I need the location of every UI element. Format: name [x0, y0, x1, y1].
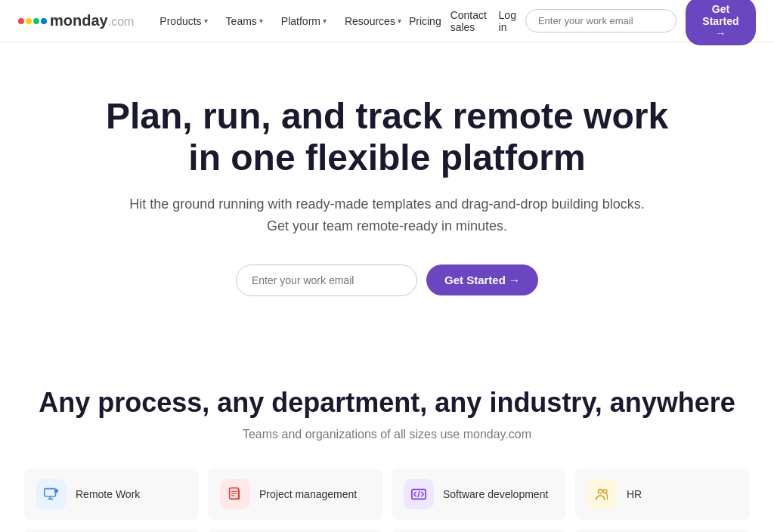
card-media-production[interactable]: Media and production — [208, 529, 382, 532]
contact-sales-link[interactable]: Contact sales — [450, 9, 490, 33]
nav-menu: Products ▾ Teams ▾ Platform ▾ Resources … — [152, 11, 409, 32]
any-process-heading: Any process, any department, any industr… — [18, 387, 756, 419]
chevron-down-icon: ▾ — [398, 17, 401, 25]
hero-heading: Plan, run, and track remote work in one … — [65, 95, 709, 178]
logo[interactable]: monday.com — [18, 12, 134, 29]
hero-get-started-button[interactable]: Get Started → — [426, 264, 538, 295]
nav-right: Pricing Contact sales Log in Get Started… — [409, 0, 756, 45]
chevron-down-icon: ▾ — [259, 17, 263, 25]
card-hr[interactable]: HR — [575, 469, 750, 520]
svg-point-4 — [599, 490, 603, 494]
card-remote-work[interactable]: Remote Work — [24, 469, 199, 520]
card-marketing[interactable]: Marketing — [24, 529, 199, 532]
card-software-development-label: Software development — [443, 488, 548, 500]
chevron-down-icon: ▾ — [204, 17, 208, 25]
any-process-section: Any process, any department, any industr… — [0, 342, 774, 532]
login-link[interactable]: Log in — [499, 9, 516, 33]
logo-dots — [18, 18, 47, 24]
project-management-icon — [220, 479, 250, 509]
svg-point-1 — [54, 489, 59, 493]
card-project-management-label: Project management — [259, 488, 357, 500]
svg-rect-0 — [45, 489, 56, 496]
logo-dot-yellow — [26, 18, 32, 24]
card-project-management[interactable]: Project management — [208, 469, 382, 520]
any-process-subtext: Teams and organizations of all sizes use… — [18, 428, 756, 441]
software-development-icon — [404, 479, 434, 509]
hero-subtext: Hit the ground running with ready-made t… — [65, 193, 709, 237]
nav-left: monday.com Products ▾ Teams ▾ Platform ▾… — [18, 11, 409, 32]
hr-icon — [587, 479, 618, 509]
pricing-link[interactable]: Pricing — [409, 15, 441, 27]
logo-dot-red — [18, 18, 24, 24]
nav-get-started-button[interactable]: Get Started → — [686, 0, 756, 45]
logo-tld: .com — [108, 15, 135, 28]
nav-item-teams[interactable]: Teams ▾ — [218, 11, 271, 32]
nav-email-input[interactable] — [525, 9, 676, 32]
card-sales[interactable]: Sales — [575, 529, 750, 532]
nav-item-products[interactable]: Products ▾ — [152, 11, 215, 32]
chevron-down-icon: ▾ — [323, 17, 327, 25]
hero-email-input[interactable] — [236, 264, 417, 296]
hero-section: Plan, run, and track remote work in one … — [47, 42, 727, 342]
svg-point-5 — [603, 490, 607, 493]
logo-dot-green — [33, 18, 39, 24]
navbar: monday.com Products ▾ Teams ▾ Platform ▾… — [0, 0, 774, 42]
card-software-development[interactable]: Software development — [392, 469, 566, 520]
card-hr-label: HR — [627, 488, 642, 500]
cards-grid: Remote Work Project management Software … — [24, 469, 750, 532]
card-remote-work-label: Remote Work — [76, 488, 140, 500]
logo-dot-blue — [41, 18, 47, 24]
hero-cta: Get Started → — [65, 264, 709, 296]
logo-wordmark: monday.com — [50, 12, 134, 29]
remote-work-icon — [36, 479, 67, 509]
card-it[interactable]: IT — [392, 529, 566, 532]
nav-item-resources[interactable]: Resources ▾ — [337, 11, 409, 32]
nav-item-platform[interactable]: Platform ▾ — [274, 11, 334, 32]
